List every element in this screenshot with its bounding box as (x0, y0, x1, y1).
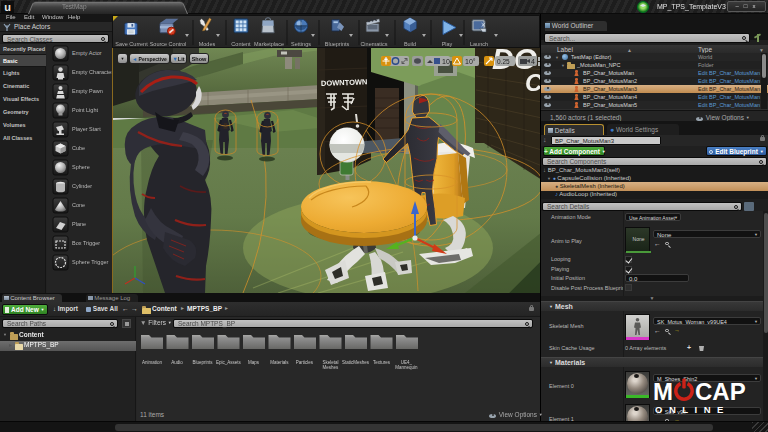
svg-text:CAP: CAP (695, 378, 746, 405)
svg-text:M: M (653, 378, 673, 405)
svg-text:DOWNTOWN: DOWNTOWN (321, 77, 368, 88)
svg-text:ONLINE: ONLINE (655, 404, 730, 415)
svg-text:4: 4 (531, 58, 535, 65)
svg-text:10°: 10° (465, 58, 476, 65)
svg-text:0.25: 0.25 (497, 58, 510, 65)
svg-text:10: 10 (442, 58, 450, 65)
